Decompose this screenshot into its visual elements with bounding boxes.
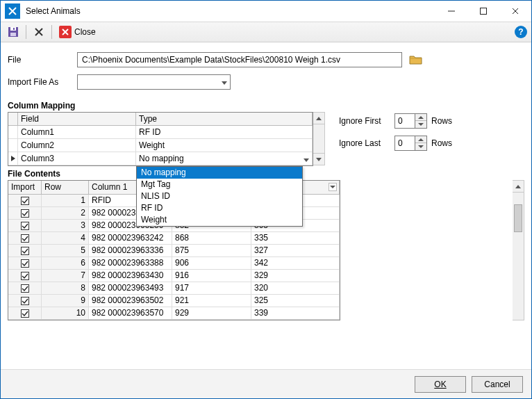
cell-c2: 868 xyxy=(172,232,251,245)
table-row[interactable]: 10982 000023963570929339 xyxy=(8,307,340,320)
dropdown-option[interactable]: RF ID xyxy=(137,202,302,214)
checkbox-checked-icon[interactable] xyxy=(21,297,29,305)
spin-up-icon[interactable] xyxy=(415,114,426,121)
col-import-header[interactable]: Import xyxy=(8,181,42,195)
type-cell[interactable]: Weight xyxy=(136,139,313,152)
cell-c2: 916 xyxy=(172,270,251,282)
row-number: 2 xyxy=(42,207,89,220)
cancel-button[interactable]: Cancel xyxy=(472,376,523,393)
dropdown-option[interactable]: NLIS ID xyxy=(137,190,302,202)
table-row[interactable]: 4982 000023963242868335 xyxy=(8,232,340,245)
field-cell[interactable]: Column1 xyxy=(18,126,136,139)
spin-down-icon[interactable] xyxy=(415,143,426,150)
spin-up-icon[interactable] xyxy=(415,136,426,143)
file-label: File xyxy=(8,55,72,65)
checkbox-checked-icon[interactable] xyxy=(21,234,29,243)
column-mapping-title: Column Mapping xyxy=(1,101,531,112)
import-checkbox-cell[interactable] xyxy=(8,307,42,320)
type-value: No mapping xyxy=(139,154,184,163)
dropdown-option[interactable]: Weight xyxy=(137,214,302,226)
field-cell[interactable]: Column3 xyxy=(18,152,136,165)
close-button[interactable]: Close xyxy=(56,24,99,40)
import-checkbox-cell[interactable] xyxy=(8,295,42,307)
rows-suffix: Rows xyxy=(431,138,452,148)
checkbox-checked-icon[interactable] xyxy=(21,259,29,268)
scroll-up-icon[interactable] xyxy=(313,113,324,124)
ignore-last-spinner[interactable] xyxy=(394,136,427,151)
import-checkbox-cell[interactable] xyxy=(8,270,42,282)
help-icon[interactable]: ? xyxy=(515,26,527,38)
import-checkbox-cell[interactable] xyxy=(8,232,42,245)
window-title: Select Animals xyxy=(24,6,81,16)
app-icon xyxy=(5,3,20,19)
checkbox-checked-icon[interactable] xyxy=(21,222,29,230)
close-label: Close xyxy=(74,27,96,37)
checkbox-checked-icon[interactable] xyxy=(21,272,29,280)
mapping-row[interactable]: Column1 RF ID xyxy=(8,126,313,139)
field-cell[interactable]: Column2 xyxy=(18,139,136,152)
checkbox-checked-icon[interactable] xyxy=(21,284,29,293)
ok-button[interactable]: OK xyxy=(415,376,466,393)
row-number: 3 xyxy=(42,220,89,232)
mapping-row[interactable]: Column3 No mapping xyxy=(8,152,313,165)
browse-folder-icon[interactable] xyxy=(408,52,424,67)
row-marker-header xyxy=(8,113,18,126)
import-checkbox-cell[interactable] xyxy=(8,220,42,232)
import-checkbox-cell[interactable] xyxy=(8,195,42,207)
import-checkbox-cell[interactable] xyxy=(8,282,42,295)
footer: OK Cancel xyxy=(1,369,531,398)
type-header[interactable]: Type xyxy=(136,113,313,126)
table-row[interactable]: 9982 000023963502921325 xyxy=(8,295,340,307)
ignore-rows-panel: Ignore First Rows Ignore Last Rows xyxy=(339,112,452,151)
cell-c3: 339 xyxy=(251,307,340,320)
table-row[interactable]: 8982 000023963493917320 xyxy=(8,282,340,295)
current-row-marker-icon xyxy=(8,152,18,165)
cell-c1: 982 000023963336 xyxy=(89,245,172,257)
cell-c1: 982 000023963493 xyxy=(89,282,172,295)
import-checkbox-cell[interactable] xyxy=(8,245,42,257)
type-cell-combo[interactable]: No mapping xyxy=(136,152,313,165)
table-row[interactable]: 5982 000023963336875327 xyxy=(8,245,340,257)
save-icon[interactable] xyxy=(5,24,22,40)
ignore-first-input[interactable] xyxy=(394,113,415,129)
ignore-first-spinner[interactable] xyxy=(394,113,427,129)
type-cell[interactable]: RF ID xyxy=(136,126,313,139)
scrollbar-thumb[interactable] xyxy=(514,204,522,232)
window-close-button[interactable] xyxy=(499,1,531,22)
type-dropdown[interactable]: No mapping Mgt Tag NLIS ID RF ID Weight xyxy=(136,166,303,227)
minimize-button[interactable] xyxy=(435,1,467,22)
row-number: 6 xyxy=(42,257,89,270)
file-contents-scrollbar[interactable] xyxy=(513,180,524,320)
cell-c3: 320 xyxy=(251,282,340,295)
cell-c1: 982 000023963242 xyxy=(89,232,172,245)
cell-c1: 982 000023963430 xyxy=(89,270,172,282)
checkbox-checked-icon[interactable] xyxy=(21,197,29,205)
dropdown-option[interactable]: No mapping xyxy=(137,167,302,179)
dropdown-option[interactable]: Mgt Tag xyxy=(137,179,302,190)
row-number: 1 xyxy=(42,195,89,207)
scroll-up-icon[interactable] xyxy=(513,181,524,193)
mapping-scrollbar[interactable] xyxy=(313,112,325,165)
delete-icon[interactable] xyxy=(31,24,47,40)
mapping-row[interactable]: Column2 Weight xyxy=(8,139,313,152)
table-row[interactable]: 6982 000023963388906342 xyxy=(8,257,340,270)
import-checkbox-cell[interactable] xyxy=(8,207,42,220)
ignore-first-label: Ignore First xyxy=(339,116,390,126)
table-row[interactable]: 7982 000023963430916329 xyxy=(8,270,340,282)
checkbox-checked-icon[interactable] xyxy=(21,209,29,218)
field-header[interactable]: Field xyxy=(18,113,136,126)
import-as-select[interactable] xyxy=(77,74,231,90)
col-row-header[interactable]: Row xyxy=(42,181,89,195)
checkbox-checked-icon[interactable] xyxy=(21,247,29,255)
checkbox-checked-icon[interactable] xyxy=(21,309,29,318)
import-checkbox-cell[interactable] xyxy=(8,257,42,270)
file-input[interactable] xyxy=(77,52,402,67)
ignore-last-input[interactable] xyxy=(394,136,415,151)
maximize-button[interactable] xyxy=(467,1,499,22)
cell-c2: 875 xyxy=(172,245,251,257)
chevron-down-icon[interactable] xyxy=(304,154,309,164)
spin-down-icon[interactable] xyxy=(415,121,426,128)
chevron-down-icon[interactable] xyxy=(329,183,337,191)
form-area: File Import File As xyxy=(1,42,531,101)
scroll-down-icon[interactable] xyxy=(313,153,324,165)
